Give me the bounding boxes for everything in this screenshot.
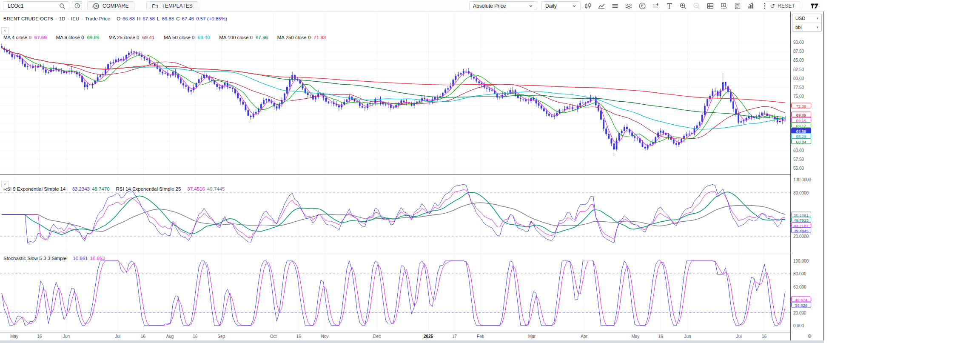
price-tick: 87.50	[793, 49, 804, 54]
stoch-legend[interactable]: Stochastic Slow 5 3 3 Simple 10.861 10.8…	[3, 256, 105, 261]
price-tick: 57.50	[793, 157, 804, 162]
price-label: 39.626	[791, 302, 811, 307]
price-label: 39.4945	[791, 228, 811, 233]
rsi-legend[interactable]: RSI 9 Exponential Simple 14 33.2343 48.7…	[3, 186, 225, 192]
chart-canvas[interactable]	[0, 0, 824, 343]
price-tick: 20.000	[793, 310, 806, 315]
ma-label: MA 250 close 0	[277, 35, 311, 40]
time-axis-label: Sep	[217, 334, 225, 339]
change-value: 0.57 (+0.85%)	[196, 16, 227, 21]
close-label: C	[176, 16, 179, 21]
time-axis-label: 16	[658, 334, 663, 339]
stoch-k-value: 10.861	[73, 256, 88, 261]
time-axis-label: Jul	[736, 334, 742, 339]
ma-value: 69.40	[198, 35, 210, 40]
open-label: O	[117, 16, 120, 21]
ma-legend-item[interactable]: MA 250 close 071.93	[277, 35, 326, 40]
close-value: 67.46	[182, 16, 194, 21]
price-label: 40.674	[791, 297, 811, 302]
main-pane-collapse-button[interactable]: ‹	[1, 27, 9, 34]
time-axis-label: 16	[762, 334, 766, 339]
price-tick: 55.00	[793, 166, 804, 171]
ma-label: MA 50 close 0	[164, 35, 194, 40]
time-axis-label: 17	[452, 334, 457, 339]
ma-label: MA 4 close 0	[3, 35, 31, 40]
price-tick: 0.000	[793, 323, 804, 328]
price-label: 68.59	[791, 128, 811, 133]
price-tick: 90.00	[793, 40, 804, 45]
unit-value: bbl	[795, 25, 802, 30]
time-axis-label: Apr	[581, 334, 587, 339]
rsi9-value: 33.2343	[72, 186, 90, 192]
ma-legend-item[interactable]: MA 100 close 067.96	[219, 35, 268, 40]
price-tick: 75.00	[793, 94, 804, 99]
price-tick: 100.0000	[793, 177, 811, 182]
ma-value: 67.96	[256, 35, 268, 40]
ma-label: MA 100 close 0	[219, 35, 253, 40]
price-label: 49.7923	[791, 217, 811, 223]
price-tick: 100.000	[793, 259, 809, 263]
ma-legend-item[interactable]: MA 4 close 067.69	[3, 35, 47, 40]
price-label: 69.12	[791, 123, 811, 128]
time-axis-label: Feb	[477, 334, 484, 339]
price-tick: 80.0000	[793, 191, 809, 195]
time-axis[interactable]: May16JunJul16Aug16SepOct16NovDec202517Fe…	[0, 332, 790, 340]
price-label: 68.28	[791, 133, 811, 139]
symbol-legend[interactable]: BRENT CRUDE OCT5 · 1D · IEU · Trade Pric…	[3, 16, 227, 21]
time-axis-label: Jun	[684, 334, 691, 339]
symbol-title: BRENT CRUDE OCT5	[3, 16, 53, 21]
ma-value: 67.69	[34, 35, 47, 40]
stoch-label: Stochastic Slow 5 3 3 Simple	[3, 256, 66, 261]
ma-legend-item[interactable]: MA 25 close 069.41	[108, 35, 154, 40]
symbol-exchange: IEU	[71, 16, 79, 21]
ma-label: MA 9 close 0	[56, 35, 84, 40]
ma-legend-item[interactable]: MA 50 close 069.40	[164, 35, 210, 40]
time-axis-label: Aug	[166, 334, 174, 339]
unit-selector: USD ▾ bbl ▾	[792, 14, 822, 32]
unit-select[interactable]: bbl ▾	[792, 23, 821, 31]
time-axis-label: Mar	[528, 334, 536, 339]
currency-select[interactable]: USD ▾	[792, 14, 821, 23]
price-scale[interactable]: USD ▾ bbl ▾ 90.0087.5085.0082.5080.0077.…	[791, 12, 823, 340]
ma-legend-item[interactable]: MA 9 close 069.86	[56, 35, 100, 40]
time-axis-label: May	[631, 334, 639, 339]
time-axis-label: 2025	[424, 334, 433, 339]
high-value: 67.58	[142, 16, 155, 21]
ma-legend[interactable]: MA 4 close 067.69MA 9 close 069.86MA 25 …	[3, 35, 335, 40]
price-label: 69.89	[791, 112, 811, 117]
low-value: 66.83	[162, 16, 174, 21]
price-tick: 60.00	[793, 148, 804, 152]
price-label: 69.15	[791, 117, 811, 123]
series-type: Trade Price	[85, 16, 110, 21]
time-axis-label: May	[10, 334, 18, 339]
price-tick: 60.000	[793, 284, 806, 289]
time-axis-label: 16	[141, 334, 145, 339]
currency-value: USD	[795, 16, 805, 21]
price-label: 72.38	[791, 103, 811, 109]
ma-value: 69.86	[87, 35, 99, 40]
rsi9-label: RSI 9 Exponential Simple 14	[3, 186, 66, 192]
high-label: H	[137, 16, 140, 21]
price-tick: 80.00	[793, 76, 804, 80]
rsi-pane-collapse-button[interactable]: ‹	[1, 181, 9, 188]
symbol-interval: 1D	[59, 16, 66, 21]
low-label: L	[157, 16, 160, 21]
ma-value: 69.41	[142, 35, 154, 40]
time-axis-label: Oct	[270, 334, 277, 339]
time-axis-label: Jun	[63, 334, 70, 339]
time-axis-label: Jul	[115, 334, 120, 339]
time-axis-label: Dec	[373, 334, 381, 339]
ma-value: 71.93	[313, 35, 326, 40]
stoch-d-value: 10.853	[90, 256, 105, 261]
price-tick: 20.0000	[793, 234, 809, 239]
scale-settings-gear-icon[interactable]: ⚙	[807, 333, 812, 339]
price-tick: 80.000	[793, 272, 806, 276]
rsi14-value: 37.4516	[187, 186, 205, 192]
time-axis-label: 16	[296, 334, 301, 339]
trading-chart-app: COMPARE TEMPLATES Absolute Price Daily ↺…	[0, 0, 980, 343]
rsi9-ma-value: 48.7470	[92, 186, 110, 192]
open-value: 66.88	[122, 16, 135, 21]
price-tick: 85.00	[793, 58, 804, 63]
time-axis-label: Nov	[321, 334, 329, 339]
time-axis-label: 16	[193, 334, 197, 339]
